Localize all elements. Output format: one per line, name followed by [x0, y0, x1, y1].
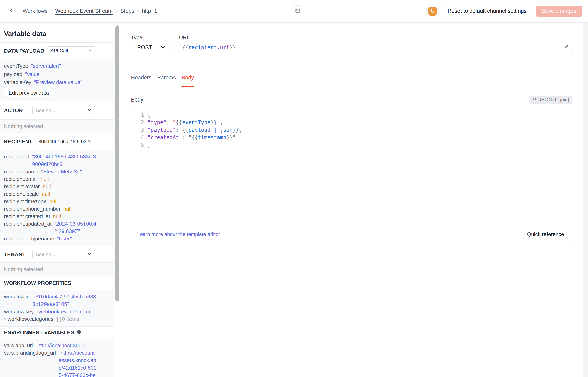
- kv-value: "server:alert": [31, 62, 61, 70]
- kv-key: recipient.email: [4, 176, 38, 183]
- code-token: url: [220, 44, 229, 50]
- code-token: : {{: [176, 127, 188, 133]
- tab-body[interactable]: Body: [181, 74, 194, 87]
- sidebar-title: Variable data: [0, 23, 114, 43]
- chevron-down-icon: [86, 48, 92, 54]
- tab-params[interactable]: Params: [157, 74, 176, 87]
- app-window: Workflows›Webhook Event Stream›Steps›htt…: [0, 0, 588, 377]
- line-number: 4: [131, 134, 144, 141]
- kv-key: recipient.phone_number: [4, 205, 60, 213]
- actor-select[interactable]: Search...: [32, 106, 95, 115]
- code-token: {: [147, 112, 151, 118]
- recipient-properties-section: recipient.id"80f1f4bf-166d-48f9-b33c-390…: [0, 150, 114, 246]
- quick-reference-button[interactable]: Quick reference: [523, 230, 568, 239]
- code-token: .: [217, 44, 220, 50]
- chevron-down-icon: [86, 139, 92, 144]
- kv-value: "2024-03-05T00:42:29.839Z": [54, 220, 98, 235]
- chevron-down-icon: [86, 251, 92, 257]
- kv-value: null: [43, 183, 51, 190]
- kv-key: eventType: [4, 62, 28, 70]
- tenant-select-placeholder: Search...: [36, 251, 86, 257]
- code-token: |: [211, 127, 220, 133]
- content-layout: Variable data DATA PAYLOAD API Call even…: [0, 23, 588, 377]
- body-section-label: Body: [131, 97, 143, 103]
- breadcrumb-item-webhook-event-stream[interactable]: Webhook Event Stream: [55, 8, 113, 14]
- kv-key: recipient.updated_at: [4, 220, 52, 228]
- edit-preview-data-button[interactable]: Edit preview data: [4, 88, 53, 97]
- tab-headers[interactable]: Headers: [131, 74, 152, 87]
- kv-value: "value": [25, 70, 42, 78]
- kv-row: ›workflow.categories[ ]0 items: [4, 315, 98, 323]
- empty-array-badge: [ ]: [57, 315, 61, 323]
- kv-key: vars.app_url: [4, 342, 33, 349]
- kv-value: null: [53, 213, 61, 220]
- breadcrumb: Workflows›Webhook Event Stream›Steps›htt…: [23, 8, 157, 14]
- code-icon: [532, 97, 537, 103]
- external-link-icon[interactable]: [562, 44, 569, 52]
- chevron-right-icon[interactable]: ›: [4, 315, 6, 323]
- type-field: Type POST: [131, 35, 171, 53]
- sidebar-scrollbar[interactable]: [116, 25, 119, 302]
- url-template-value: {{recipient.url}}: [182, 44, 236, 50]
- code-line-content: "payload": {{payload | json}},: [144, 126, 242, 134]
- code-token: json: [220, 127, 233, 133]
- sidebar-toggle-button[interactable]: [292, 5, 303, 17]
- kv-row: recipient.updated_at"2024-03-05T00:42:29…: [4, 220, 98, 235]
- topbar: Workflows›Webhook Event Stream›Steps›htt…: [0, 0, 588, 23]
- sidebar-panel: Variable data DATA PAYLOAD API Call even…: [0, 23, 114, 377]
- kv-key: variableKey: [4, 78, 31, 86]
- item-count: 0 items: [62, 315, 79, 323]
- actor-label: ACTOR: [4, 107, 23, 114]
- kv-value: "User": [57, 235, 72, 242]
- tenant-label: TENANT: [4, 251, 26, 258]
- back-chevron-icon: [9, 8, 14, 14]
- method-select[interactable]: POST: [131, 42, 171, 53]
- kv-row: recipient.localenull: [4, 190, 98, 198]
- type-label: Type: [131, 35, 171, 40]
- code-token: : "{{: [182, 134, 198, 140]
- kv-row: recipient.__typename"User": [4, 235, 98, 242]
- kv-value: "e91ddae4-7f99-45cb-a688-3c129aae3105": [32, 293, 98, 308]
- url-field: URL {{recipient.url}}: [179, 35, 573, 53]
- actor-row: ACTOR Search...: [0, 101, 114, 120]
- kv-value: null: [42, 190, 50, 198]
- save-changes-button[interactable]: Save changes: [536, 6, 582, 17]
- recipient-select[interactable]: 80f1f4bf-166d-48f9-b33c: [35, 137, 95, 146]
- breadcrumb-item-workflows[interactable]: Workflows: [23, 8, 47, 14]
- kv-value: "Steven Metz Sr.": [41, 168, 82, 176]
- data-payload-select[interactable]: API Call: [47, 46, 95, 55]
- code-token: }}: [229, 44, 236, 50]
- kv-row: recipient.avatarnull: [4, 183, 98, 190]
- kv-row: workflow.id"e91ddae4-7f99-45cb-a688-3c12…: [4, 293, 98, 308]
- commit-changes-button[interactable]: [426, 5, 438, 17]
- data-payload-row: DATA PAYLOAD API Call: [0, 43, 114, 59]
- kv-key: recipient.avatar: [4, 183, 40, 190]
- body-template-editor: 1{2"type": "{{eventType}}",3"payload": {…: [131, 106, 573, 242]
- request-tabs: HeadersParamsBody: [131, 74, 573, 87]
- kv-key: recipient.locale: [4, 190, 39, 198]
- url-label: URL: [179, 35, 573, 40]
- request-editor-main: Type POST URL {{recipient.url}}: [120, 23, 583, 377]
- kv-value: "80f1f4bf-166d-48f9-b33c-39009df20bc3": [32, 153, 98, 168]
- back-button[interactable]: [6, 6, 17, 17]
- kv-key: workflow.key: [4, 308, 34, 315]
- line-number: 3: [131, 126, 144, 134]
- page-scroll-gutter[interactable]: [583, 23, 588, 377]
- code-editor[interactable]: 1{2"type": "{{eventType}}",3"payload": {…: [131, 106, 572, 226]
- template-editor-docs-link[interactable]: Learn more about the template editor: [137, 231, 220, 237]
- language-badge-text: JSON (Liquid): [539, 97, 569, 103]
- code-token: }: [147, 142, 151, 148]
- info-icon[interactable]: [77, 330, 81, 336]
- breadcrumb-item-steps[interactable]: Steps: [120, 8, 134, 14]
- tenant-row: TENANT Search...: [0, 246, 114, 263]
- line-number: 2: [131, 119, 144, 126]
- panel-toggle-icon: [294, 8, 301, 15]
- kv-row: vars.app_url"http://localhost:3000": [4, 342, 98, 349]
- reset-channel-settings-button[interactable]: Reset to default channel settings: [442, 6, 532, 17]
- kv-row: vars.branding.logo_url"https://account-a…: [4, 349, 98, 377]
- chevron-down-icon: [86, 107, 92, 113]
- kv-key: workflow.id: [4, 293, 30, 300]
- kv-row: recipient.phone_numbernull: [4, 205, 98, 213]
- url-input[interactable]: {{recipient.url}}: [179, 42, 573, 53]
- tenant-select[interactable]: Search...: [32, 250, 95, 259]
